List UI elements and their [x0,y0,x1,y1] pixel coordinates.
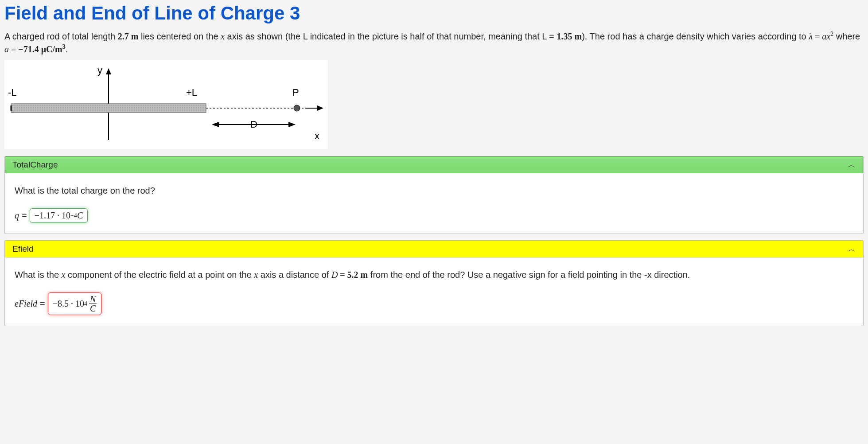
distance-D-label: D [250,119,257,130]
x-var: x [221,31,225,41]
D-var: D [331,270,338,280]
half-length-value: 1.35 m [557,31,582,41]
section-title: TotalCharge [12,160,58,170]
section-efield: Efield ︿ What is the x component of the … [4,240,864,326]
section-body-efield: What is the x component of the electric … [5,257,863,326]
rod-diagram: y x -L +L P D [4,60,328,149]
svg-point-9 [294,105,300,111]
a-value: −71.4 μC/m [18,44,62,54]
text: lies centered on the [138,31,221,41]
chevron-up-icon: ︿ [848,160,856,170]
text: component of the electric field at a poi… [66,270,254,280]
unit-numerator: N [89,295,97,304]
section-header-efield[interactable]: Efield ︿ [5,241,863,257]
unit-fraction: N C [89,295,97,313]
chevron-up-icon: ︿ [848,244,856,254]
lambda-var: λ [809,31,813,41]
svg-marker-11 [212,122,219,127]
x-var: x [826,31,830,41]
eq: = [813,31,822,41]
unit-denominator: C [89,304,97,313]
eq: = [338,270,347,280]
x-axis-label: x [315,130,319,141]
total-charge-answer: q = −1.17 · 10−4 C [15,208,853,223]
point-P-label: P [292,87,299,98]
minus-L-label: -L [8,87,17,98]
plus-L-label: +L [186,87,197,98]
svg-marker-12 [288,122,296,127]
answer-mantissa: −1.17 · 10 [35,210,70,221]
x-var: x [254,270,258,280]
efield-var: eField [15,299,37,309]
text: A charged rod of total length [4,31,118,41]
a-var: a [4,44,9,54]
text: axis a distance of [258,270,331,280]
y-axis-label: y [97,65,102,76]
section-title: Efield [12,244,34,254]
text: from the end of the rod? Use a negative … [368,270,690,280]
D-value: 5.2 m [347,270,368,280]
problem-statement: A charged rod of total length 2.7 m lies… [4,30,864,56]
total-charge-answer-box[interactable]: −1.17 · 10−4 C [30,208,88,223]
x-var: x [62,270,66,280]
section-total-charge: TotalCharge ︿ What is the total charge o… [4,156,864,234]
exponent: 3 [62,43,66,50]
section-body-total-charge: What is the total charge on the rod? q =… [5,173,863,234]
text: axis as shown (the L indicated in the pi… [225,31,557,41]
svg-rect-7 [11,104,206,113]
svg-marker-4 [317,105,323,111]
answer-unit: C [77,210,83,221]
efield-answer-box[interactable]: −8.5 · 104 N C [48,292,102,315]
total-length-value: 2.7 m [118,31,139,41]
answer-mantissa: −8.5 · 10 [53,299,84,309]
a-var: a [822,31,826,41]
text: What is the [15,270,62,280]
q-var: q [15,210,19,221]
text: where [833,31,860,41]
eq: = [9,44,18,54]
text: . [66,44,68,54]
efield-question: What is the x component of the electric … [15,270,853,280]
eq: = [22,210,27,221]
total-charge-question: What is the total charge on the rod? [15,186,853,196]
section-header-total-charge[interactable]: TotalCharge ︿ [5,156,863,173]
eq: = [40,299,45,309]
efield-answer: eField = −8.5 · 104 N C [15,292,853,315]
svg-marker-1 [106,68,111,74]
text: ). The rod has a charge density which va… [582,31,809,41]
page-title: Field and End of Line of Charge 3 [4,3,864,24]
